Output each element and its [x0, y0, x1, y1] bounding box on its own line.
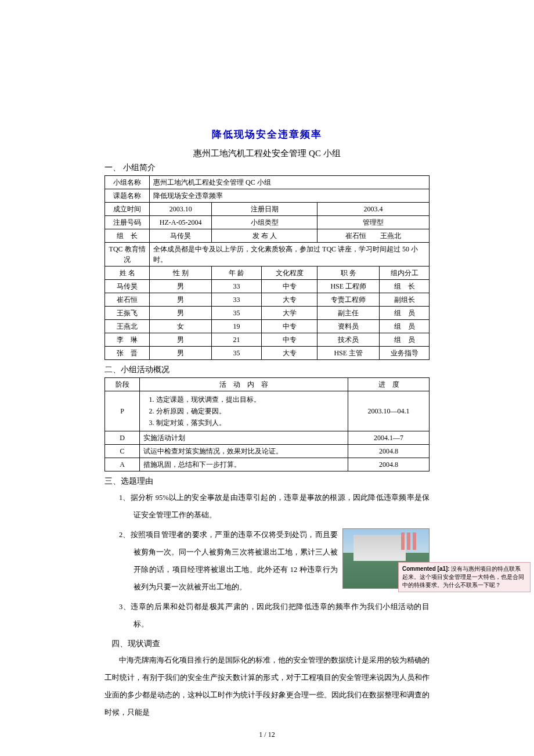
- table-row: 小组名称惠州工地汽机工程处安全管理 QC 小组: [105, 176, 430, 189]
- section-4-heading: 四、现状调查: [111, 639, 430, 649]
- activity-table: 阶段活 动 内 容进 度 P 选定课题，现状调查，提出目标。 分析原因，确定要因…: [104, 377, 430, 471]
- section-1-heading: 一、 小组简介: [104, 163, 430, 173]
- page-number: 1 / 12: [104, 730, 430, 739]
- table-row: 李 琳男21中专技术员组 员: [105, 333, 430, 347]
- reason-item-1: 1、据分析 95%以上的安全事故是由违章引起的，违章是事故的根源，因此降低违章频…: [119, 489, 430, 524]
- phase-p-list: 选定课题，现状调查，提出目标。 分析原因，确定要因。 制定对策，落实到人。: [143, 394, 344, 429]
- list-item: 选定课题，现状调查，提出目标。: [156, 394, 344, 405]
- table-row: A措施巩固，总结和下一步打算。2004.8: [105, 458, 430, 471]
- table-row: D实施活动计划2004.1—7: [105, 431, 430, 445]
- doc-title: 降低现场安全违章频率: [104, 128, 430, 141]
- list-item: 制定对策，落实到人。: [156, 417, 344, 429]
- table-row: 阶段活 动 内 容进 度: [105, 378, 430, 391]
- comment-label: Commented [a1]:: [402, 566, 450, 572]
- section-3-heading: 三、选题理由: [104, 476, 430, 487]
- table-row: 王燕北女19中专资料员组 员: [105, 320, 430, 333]
- table-row: P 选定课题，现状调查，提出目标。 分析原因，确定要因。 制定对策，落实到人。 …: [105, 391, 430, 431]
- table-row: 课题名称降低现场安全违章频率: [105, 189, 430, 203]
- table-row: 姓 名性 别年 龄文化程度职 务组内分工: [105, 267, 430, 280]
- table-row: 注册号码HZ-A-05-2004小组类型管理型: [105, 216, 430, 229]
- section-2-heading: 二、小组活动概况: [104, 365, 430, 375]
- table-row: 马传昊男33中专HSE 工程师组 长: [105, 280, 430, 293]
- status-paragraph: 中海壳牌南海石化项目推行的是国际化的标准，他的安全管理的数据统计是采用的较为精确…: [104, 651, 430, 721]
- table-row: C试运中检查对策实施情况，效果对比及论证。2004.8: [105, 445, 430, 458]
- comment-balloon[interactable]: Commented [a1]: 没有与惠州项目的特点联系起来。这个项目安全管理是…: [398, 562, 531, 592]
- table-row: 成立时间2003.10注册日期2003.4: [105, 203, 430, 216]
- table-row: 崔石恒男33大专专责工程师副组长: [105, 293, 430, 307]
- table-row: 王振飞男35大学副主任组 员: [105, 307, 430, 320]
- team-info-table: 小组名称惠州工地汽机工程处安全管理 QC 小组 课题名称降低现场安全违章频率 成…: [104, 175, 430, 360]
- list-item: 分析原因，确定要因。: [156, 405, 344, 417]
- table-row: 组 长马传昊发 布 人崔石恒 王燕北: [105, 229, 430, 243]
- reason-item-3: 3、违章的后果和处罚都是极其严肃的，因此我们把降低违章的频率作为我们小组活动的目…: [119, 598, 430, 633]
- doc-subtitle: 惠州工地汽机工程处安全管理 QC 小组: [104, 148, 430, 159]
- table-row: TQC 教育情况全体成员都是中专及以上学历，文化素质较高，参加过 TQC 讲座，…: [105, 243, 430, 267]
- table-row: 张 晋男35大专HSE 主管业务指导: [105, 347, 430, 360]
